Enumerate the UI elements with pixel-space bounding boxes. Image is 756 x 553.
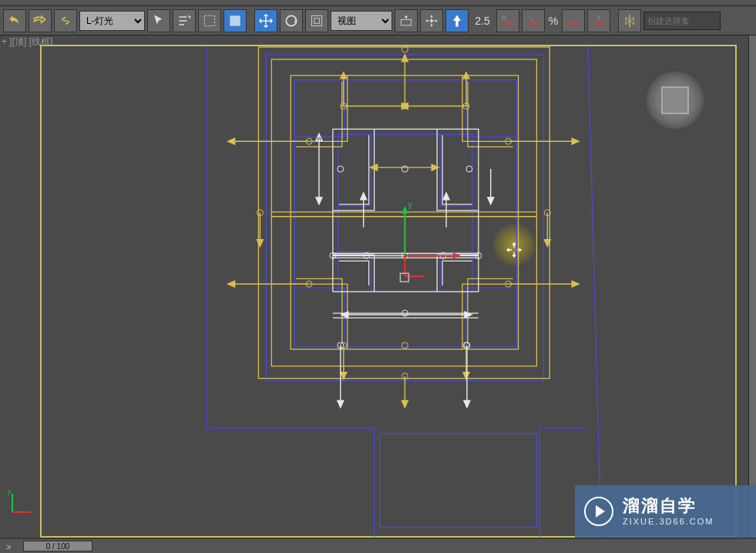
move-button[interactable] bbox=[254, 9, 277, 32]
mirror-button[interactable] bbox=[618, 9, 641, 32]
percent-snap-button[interactable] bbox=[562, 9, 585, 32]
redo-button[interactable] bbox=[29, 9, 52, 32]
svg-rect-1 bbox=[230, 15, 240, 25]
undo-button[interactable] bbox=[3, 9, 26, 32]
command-panel-edge[interactable] bbox=[748, 35, 756, 538]
viewport-area: + ][顶] [线框] bbox=[0, 35, 748, 538]
timeline-chevron-icon[interactable]: > bbox=[6, 542, 11, 551]
rotate-button[interactable] bbox=[280, 9, 303, 32]
watermark-badge: 溜溜自学 ZIXUE.3D66.COM bbox=[575, 485, 756, 538]
window-crossing-button[interactable] bbox=[223, 9, 247, 32]
watermark-title: 溜溜自学 bbox=[623, 496, 714, 516]
floorplan-geometry: y bbox=[42, 46, 735, 537]
link-button[interactable] bbox=[54, 9, 77, 32]
svg-point-6 bbox=[405, 15, 407, 18]
svg-rect-5 bbox=[401, 19, 411, 25]
snap-angle-value: 2.5 bbox=[471, 15, 494, 27]
ref-coord-dropdown[interactable]: 视图 bbox=[331, 11, 392, 31]
angle-snap-button[interactable] bbox=[522, 9, 545, 32]
svg-marker-42 bbox=[402, 206, 408, 214]
play-icon bbox=[584, 497, 613, 526]
viewport-top[interactable]: y bbox=[40, 45, 737, 538]
snap-toggle-button[interactable] bbox=[496, 9, 519, 32]
axis-y-label: y bbox=[408, 200, 412, 209]
main-toolbar: L-灯光 视图 2.5 % bbox=[0, 6, 756, 35]
world-axis-gizmo: y bbox=[6, 487, 37, 518]
svg-point-26 bbox=[402, 342, 408, 349]
svg-point-32 bbox=[466, 166, 472, 172]
svg-rect-0 bbox=[204, 15, 214, 25]
svg-point-7 bbox=[430, 19, 432, 22]
svg-rect-8 bbox=[380, 433, 537, 527]
svg-rect-3 bbox=[311, 15, 321, 25]
pivot-button[interactable] bbox=[395, 9, 418, 32]
frame-counter: 0 / 100 bbox=[46, 542, 70, 551]
svg-point-31 bbox=[402, 166, 408, 172]
svg-point-2 bbox=[286, 15, 296, 25]
time-slider[interactable]: 0 / 100 bbox=[23, 541, 92, 551]
named-selection-input[interactable] bbox=[643, 12, 721, 30]
rect-select-button[interactable] bbox=[198, 9, 221, 32]
layer-dropdown[interactable]: L-灯光 bbox=[79, 11, 145, 31]
keyboard-shortcut-button[interactable] bbox=[445, 9, 469, 32]
select-by-name-button[interactable] bbox=[173, 9, 196, 32]
svg-text:y: y bbox=[8, 487, 12, 495]
scale-button[interactable] bbox=[305, 9, 328, 32]
menu-bar bbox=[0, 0, 756, 6]
status-bar: > 0 / 100 bbox=[0, 539, 756, 553]
select-object-button[interactable] bbox=[147, 9, 170, 32]
svg-rect-4 bbox=[314, 18, 320, 23]
watermark-url: ZIXUE.3D66.COM bbox=[623, 517, 714, 527]
spinner-snap-button[interactable] bbox=[587, 9, 610, 32]
percent-label: % bbox=[547, 15, 559, 27]
manipulate-button[interactable] bbox=[420, 9, 443, 32]
